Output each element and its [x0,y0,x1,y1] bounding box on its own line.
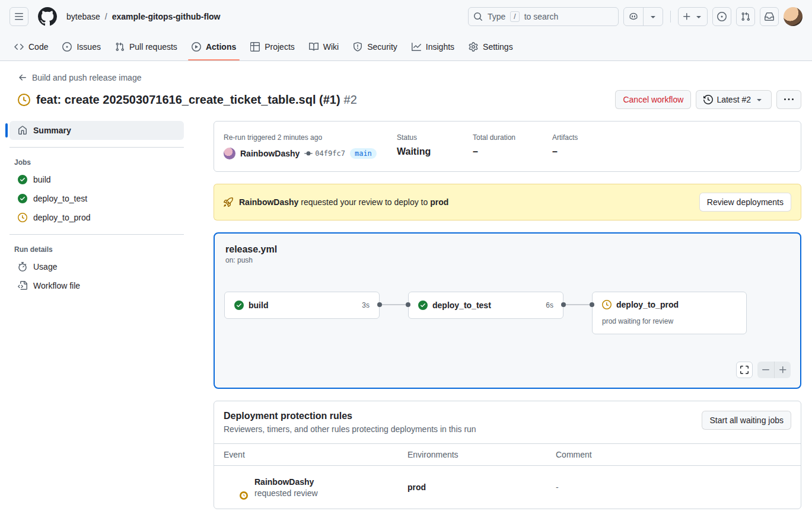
git-pull-request-icon [115,42,125,52]
hamburger-menu-button[interactable] [9,7,28,26]
breadcrumb-separator: / [105,12,107,21]
back-to-workflow-link[interactable]: Build and push release image [18,73,141,82]
actor-name[interactable]: RainbowDashy [240,149,300,158]
sidebar-divider [9,147,184,148]
event-description: requested review [254,488,318,498]
tab-label: Settings [483,42,513,52]
sidebar-job-deploy-to-test[interactable]: deploy_to_test [9,189,184,208]
gear-icon [469,42,478,52]
sidebar-divider [9,234,184,235]
tab-pull-requests[interactable]: Pull requests [108,33,184,60]
latest-run-label: Latest #2 [717,95,751,104]
book-icon [309,42,319,52]
search-input[interactable]: Type / to search [468,7,619,26]
history-icon [703,95,713,104]
graph-icon [412,42,421,52]
job-label: build [33,175,51,184]
column-header-comment: Comment [556,450,791,459]
actor-avatar[interactable] [224,148,235,159]
waiting-clock-icon [18,94,30,106]
workflow-file-name: release.yml [225,244,789,255]
status-value: Waiting [397,146,473,157]
sidebar-job-deploy-to-prod[interactable]: deploy_to_prod [9,208,184,227]
sidebar-item-usage[interactable]: Usage [9,257,184,276]
banner-message: requested your review to deploy to [298,197,430,207]
app-header: bytebase / example-gitops-github-flow Ty… [0,0,812,33]
stopwatch-icon [18,262,27,271]
deployment-protection-rules-card: Deployment protection rules Reviewers, t… [214,401,801,509]
play-icon [192,42,201,52]
review-request-text: RainbowDashy requested your review to de… [239,197,448,207]
tab-label: Pull requests [129,42,177,52]
rocket-icon [224,197,233,207]
banner-actor: RainbowDashy [239,197,298,207]
pull-requests-button[interactable] [736,7,755,26]
dash-icon [761,365,770,375]
table-icon [250,42,260,52]
user-avatar[interactable] [784,7,803,26]
issue-opened-icon [717,12,727,21]
status-column-label: Status [397,133,473,142]
rules-title: Deployment protection rules [224,411,476,421]
duration-column-label: Total duration [473,133,552,142]
sidebar-item-summary[interactable]: Summary [9,121,184,140]
plus-icon [778,365,788,375]
copilot-button-group [623,7,663,26]
reviewer-avatar[interactable] [224,475,247,499]
sidebar-job-build[interactable]: build [9,170,184,189]
tab-wiki[interactable]: Wiki [302,33,346,60]
reviewer-name[interactable]: RainbowDashy [254,477,318,487]
copilot-menu-button[interactable] [643,8,663,25]
zoom-out-button[interactable] [757,362,774,378]
check-circle-icon [18,175,27,184]
graph-node-deploy-to-test[interactable]: deploy_to_test 6s [408,292,563,319]
tab-label: Issues [77,42,100,52]
shield-icon [353,42,362,52]
copilot-button[interactable] [624,8,643,25]
node-name: deploy_to_test [432,301,541,310]
tab-code[interactable]: Code [7,33,55,60]
run-title-text: feat: create 202503071616_create_ticket_… [36,93,340,106]
tab-security[interactable]: Security [346,33,405,60]
review-deployments-button[interactable]: Review deployments [699,193,791,212]
artifacts-column-label: Artifacts [552,133,578,142]
breadcrumb-org-link[interactable]: bytebase [66,12,100,21]
rules-subtitle: Reviewers, timers, and other rules prote… [224,424,476,434]
latest-run-dropdown[interactable]: Latest #2 [696,90,772,109]
inbox-button[interactable] [760,7,779,26]
chevron-down-icon [754,95,764,104]
screen-full-icon [740,365,749,375]
job-label: deploy_to_prod [33,213,91,222]
tab-settings[interactable]: Settings [461,33,520,60]
create-new-button[interactable] [678,7,708,26]
tab-issues[interactable]: Issues [55,33,107,60]
workflow-graph-panel[interactable]: release.yml on: push build 3s deploy_to_… [214,232,801,389]
graph-node-deploy-to-prod[interactable]: deploy_to_prod prod waiting for review [592,292,747,334]
issues-button[interactable] [712,7,731,26]
arrow-left-icon [18,73,27,82]
tab-projects[interactable]: Projects [243,33,302,60]
graph-node-build[interactable]: build 3s [224,292,380,319]
graph-edge [377,292,410,318]
breadcrumb-repo-link[interactable]: example-gitops-github-flow [112,12,221,21]
waiting-clock-icon [602,300,612,309]
start-all-waiting-jobs-button[interactable]: Start all waiting jobs [702,411,791,430]
commit-sha-link[interactable]: 04f9fc7 [315,149,345,158]
three-bars-icon [15,13,23,20]
run-status-card: Re-run triggered 2 minutes ago RainbowDa… [214,121,801,172]
branch-badge[interactable]: main [350,148,377,159]
fullscreen-button[interactable] [736,362,753,378]
cancel-workflow-button[interactable]: Cancel workflow [615,90,691,109]
tab-actions[interactable]: Actions [184,33,243,60]
run-number: #2 [344,93,357,106]
tab-insights[interactable]: Insights [405,33,461,60]
sidebar-item-workflow-file[interactable]: Workflow file [9,276,184,295]
github-logo[interactable] [38,7,57,26]
run-options-kebab-button[interactable] [776,90,801,109]
duration-value: – [473,146,552,157]
zoom-in-button[interactable] [774,362,791,378]
job-label: deploy_to_test [33,194,87,203]
plus-icon [682,12,692,21]
column-header-environments: Environments [407,450,556,459]
chevron-down-icon [648,12,658,21]
